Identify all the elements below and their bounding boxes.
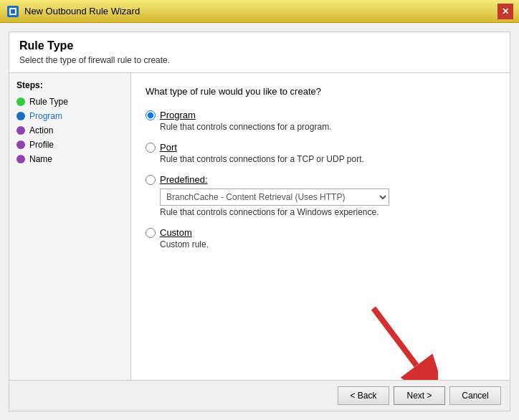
radio-custom-desc: Custom rule.	[160, 239, 495, 249]
predefined-select[interactable]: BranchCache - Content Retrieval (Uses HT…	[160, 188, 389, 206]
sidebar-label-action: Action	[29, 125, 53, 135]
option-program: Program Rule that controls connections f…	[146, 110, 495, 132]
bottom-buttons-area: < Back Next > Cancel	[9, 381, 510, 411]
content-area: Steps: Rule Type Program Action Profile …	[9, 73, 510, 381]
page-title: Rule Type	[19, 39, 500, 52]
sidebar-label-profile: Profile	[29, 140, 54, 150]
radio-port[interactable]	[146, 143, 156, 153]
radio-group: Program Rule that controls connections f…	[146, 110, 495, 249]
title-bar-title: New Outbound Rule Wizard	[24, 6, 140, 16]
radio-predefined-label: Predefined:	[160, 174, 208, 185]
sidebar-item-profile[interactable]: Profile	[9, 138, 130, 152]
radio-predefined[interactable]	[146, 175, 156, 185]
option-custom: Custom Custom rule.	[146, 227, 495, 249]
step-dot-action	[16, 126, 25, 135]
predefined-dropdown: BranchCache - Content Retrieval (Uses HT…	[160, 188, 495, 206]
radio-custom-label: Custom	[160, 227, 192, 238]
steps-label: Steps:	[9, 80, 130, 95]
sidebar-item-rule-type[interactable]: Rule Type	[9, 95, 130, 109]
sidebar-label-rule-type: Rule Type	[29, 97, 68, 107]
option-port: Port Rule that controls connections for …	[146, 142, 495, 164]
wizard-container: Rule Type Select the type of firewall ru…	[0, 23, 519, 420]
step-dot-rule-type	[16, 97, 25, 106]
back-button[interactable]: < Back	[338, 386, 389, 405]
svg-rect-2	[11, 9, 15, 14]
panel-question: What type of rule would you like to crea…	[146, 86, 495, 97]
sidebar-item-program[interactable]: Program	[9, 109, 130, 123]
next-button[interactable]: Next >	[394, 386, 445, 405]
cancel-button[interactable]: Cancel	[449, 386, 501, 405]
step-dot-profile	[16, 140, 25, 149]
radio-program[interactable]	[146, 110, 156, 120]
header-area: Rule Type Select the type of firewall ru…	[9, 32, 510, 73]
arrow-area	[146, 249, 495, 367]
radio-port-label: Port	[160, 142, 177, 153]
step-dot-name	[16, 155, 25, 163]
sidebar-item-action[interactable]: Action	[9, 123, 130, 138]
option-predefined: Predefined: BranchCache - Content Retrie…	[146, 174, 495, 217]
svg-line-4	[373, 308, 416, 366]
sidebar: Steps: Rule Type Program Action Profile …	[9, 73, 131, 380]
red-arrow	[352, 301, 438, 380]
radio-program-desc: Rule that controls connections for a pro…	[160, 122, 495, 132]
step-dot-program	[16, 112, 25, 120]
radio-custom[interactable]	[146, 228, 156, 238]
radio-port-desc: Rule that controls connections for a TCP…	[160, 154, 495, 164]
close-button[interactable]: ✕	[497, 4, 513, 19]
title-bar: New Outbound Rule Wizard ✕	[0, 0, 519, 23]
sidebar-item-name[interactable]: Name	[9, 152, 130, 166]
right-panel: What type of rule would you like to crea…	[131, 73, 510, 380]
radio-predefined-desc: Rule that controls connections for a Win…	[160, 207, 495, 217]
app-icon	[6, 4, 20, 19]
radio-program-label: Program	[160, 110, 196, 120]
sidebar-label-program: Program	[29, 111, 62, 121]
sidebar-label-name: Name	[29, 154, 52, 164]
page-subtitle: Select the type of firewall rule to crea…	[19, 55, 500, 65]
